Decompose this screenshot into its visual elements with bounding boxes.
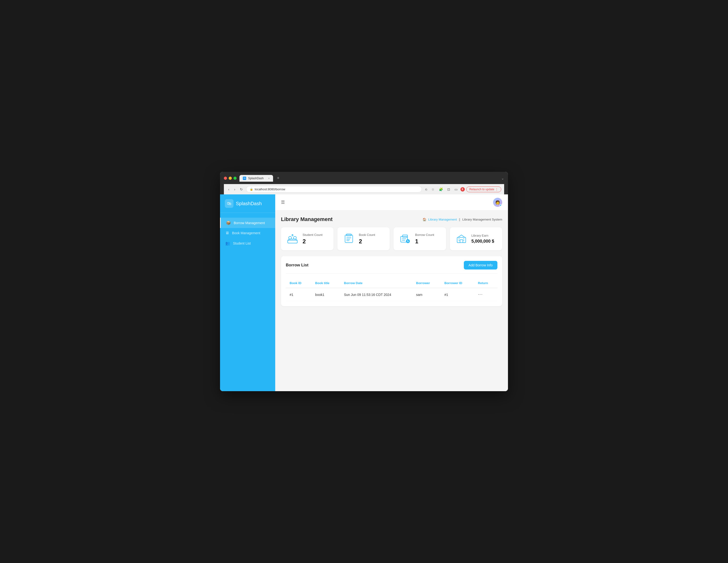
main-content: ☰ 🧑 Library Management 🏠 Library Managem… [275, 194, 508, 391]
table-header: Book ID Book title Borrow Date Borrower … [286, 278, 497, 288]
section-title: Borrow List [286, 263, 308, 268]
stat-cards: Student Count 2 [281, 227, 502, 250]
bookmark-icon[interactable]: ☆ [430, 186, 436, 192]
col-return: Return [474, 278, 497, 288]
student-count-value: 2 [303, 238, 329, 245]
new-tab-button[interactable]: + [275, 175, 281, 182]
avatar[interactable]: 🧑 [493, 198, 502, 207]
relaunch-button[interactable]: Relaunch to update ⋮ [466, 186, 501, 192]
toolbar-actions: ⎋ ☆ 🧩 ⊡ ▭ E Relaunch to update ⋮ [424, 186, 501, 192]
book-count-info: Book Count 2 [359, 233, 385, 245]
sidebar-item-borrow-management[interactable]: 📦 Borrow Management [220, 218, 275, 228]
borrow-section: Borrow List Add Borrow Info Book ID Book… [281, 256, 502, 306]
col-borrower: Borrower [412, 278, 441, 288]
tab-favicon: 🛍 [243, 177, 246, 180]
browser-toolbar: ‹ › ↻ 🔒 localhost:8080/borrow ⎋ ☆ 🧩 ⊡ ▭ … [224, 184, 504, 194]
sidebar-nav: 📦 Borrow Management 🖥 Book Management 👥 … [220, 213, 275, 391]
library-earn-value: 5,000,000 $ [471, 239, 498, 244]
stat-card-library-earn: Library Earn 5,000,000 $ [450, 227, 502, 250]
borrow-count-icon: ↻ [398, 232, 412, 246]
logo-icon: 🛍 [225, 199, 233, 208]
breadcrumb-separator: ‖ [459, 218, 460, 221]
browser-titlebar: 🛍 SplashDash × + ⌄ [224, 175, 504, 182]
student-count-label: Student Count [303, 233, 329, 237]
cell-return-action: ⋮ [474, 288, 497, 301]
borrow-count-label: Borrow Count [415, 233, 441, 237]
stat-card-book-count: Book Count 2 [337, 227, 390, 250]
cell-borrow-date: Sun Jun 09 11:53:16 CDT 2024 [340, 288, 412, 301]
col-borrower-id: Borrower ID [441, 278, 474, 288]
extension-icon[interactable]: E [460, 187, 465, 192]
page-header: Library Management 🏠 Library Management … [281, 216, 502, 222]
table-body: #1 book1 Sun Jun 09 11:53:16 CDT 2024 sa… [286, 288, 497, 301]
logo-text: SplashDash [236, 201, 262, 206]
table-row: #1 book1 Sun Jun 09 11:53:16 CDT 2024 sa… [286, 288, 497, 301]
tab-bar: 🛍 SplashDash × + [239, 175, 498, 182]
library-earn-icon [455, 232, 468, 246]
address-bar[interactable]: 🔒 localhost:8080/borrow [246, 186, 422, 192]
reload-button[interactable]: ↻ [239, 186, 244, 192]
student-list-label: Student List [233, 241, 251, 245]
borrow-count-value: 1 [415, 238, 441, 245]
url-text: localhost:8080/borrow [255, 187, 285, 191]
hamburger-button[interactable]: ☰ [281, 200, 285, 205]
col-book-title: Book title [311, 278, 340, 288]
sidebar: 🛍 SplashDash 📦 Borrow Management 🖥 Book … [220, 194, 275, 391]
lock-icon: 🔒 [250, 188, 253, 191]
breadcrumb-current-page: Library Management System [462, 218, 502, 221]
svg-rect-16 [460, 240, 463, 243]
borrow-count-info: Borrow Count 1 [415, 233, 441, 245]
sidebar-logo: 🛍 SplashDash [220, 194, 275, 213]
sidebar-item-book-management[interactable]: 🖥 Book Management [220, 228, 275, 238]
stat-card-borrow-count: ↻ Borrow Count 1 [394, 227, 446, 250]
back-button[interactable]: ‹ [227, 186, 231, 192]
page-content: Library Management 🏠 Library Management … [275, 210, 508, 312]
row-action-menu[interactable]: ⋮ [478, 292, 483, 297]
breadcrumb-home-icon: 🏠 [423, 218, 426, 221]
cell-borrower-id: #1 [441, 288, 474, 301]
relaunch-menu-icon: ⋮ [495, 188, 498, 191]
browser-window: 🛍 SplashDash × + ⌄ ‹ › ↻ 🔒 localhost:808… [220, 172, 508, 391]
browser-chrome: 🛍 SplashDash × + ⌄ ‹ › ↻ 🔒 localhost:808… [220, 172, 508, 194]
svg-text:↻: ↻ [407, 240, 409, 243]
traffic-lights [224, 177, 237, 180]
stat-card-student-count: Student Count 2 [281, 227, 334, 250]
tabs-icon[interactable]: ⊡ [446, 186, 452, 192]
students-icon: 👥 [225, 241, 230, 246]
window-controls: ⌄ [501, 176, 504, 180]
avatar-status-dot [500, 204, 502, 207]
library-earn-info: Library Earn 5,000,000 $ [471, 234, 498, 244]
book-count-label: Book Count [359, 233, 385, 237]
breadcrumb-home-link[interactable]: Library Management [428, 218, 457, 221]
cell-borrower: sam [412, 288, 441, 301]
profile-icon[interactable]: ▭ [453, 186, 459, 192]
close-traffic-light[interactable] [224, 177, 227, 180]
logo-light: Dash [251, 201, 262, 206]
book-icon: 🖥 [225, 231, 229, 235]
library-earn-label: Library Earn [471, 234, 498, 237]
page-title: Library Management [281, 216, 333, 222]
table-wrapper: Book ID Book title Borrow Date Borrower … [286, 278, 497, 301]
maximize-traffic-light[interactable] [233, 177, 237, 180]
logo-bold: Splash [236, 201, 251, 206]
sidebar-item-student-list[interactable]: 👥 Student List [220, 238, 275, 248]
top-header: ☰ 🧑 [275, 194, 508, 210]
cell-book-title: book1 [311, 288, 340, 301]
share-icon[interactable]: ⎋ [424, 186, 429, 192]
student-count-icon [286, 232, 299, 246]
borrow-management-label: Borrow Management [234, 221, 265, 225]
breadcrumb: 🏠 Library Management ‖ Library Managemen… [423, 218, 502, 221]
book-management-label: Book Management [232, 231, 260, 235]
puzzle-icon[interactable]: 🧩 [437, 186, 444, 192]
col-book-id: Book ID [286, 278, 311, 288]
student-count-info: Student Count 2 [303, 233, 329, 245]
active-tab[interactable]: 🛍 SplashDash × [239, 175, 273, 182]
minimize-traffic-light[interactable] [229, 177, 232, 180]
relaunch-label: Relaunch to update [469, 188, 494, 191]
book-count-value: 2 [359, 238, 385, 245]
tab-close-button[interactable]: × [268, 177, 270, 180]
forward-button[interactable]: › [233, 186, 237, 192]
add-borrow-info-button[interactable]: Add Borrow Info [464, 261, 497, 270]
tab-title: SplashDash [248, 177, 264, 180]
app-layout: 🛍 SplashDash 📦 Borrow Management 🖥 Book … [220, 194, 508, 391]
